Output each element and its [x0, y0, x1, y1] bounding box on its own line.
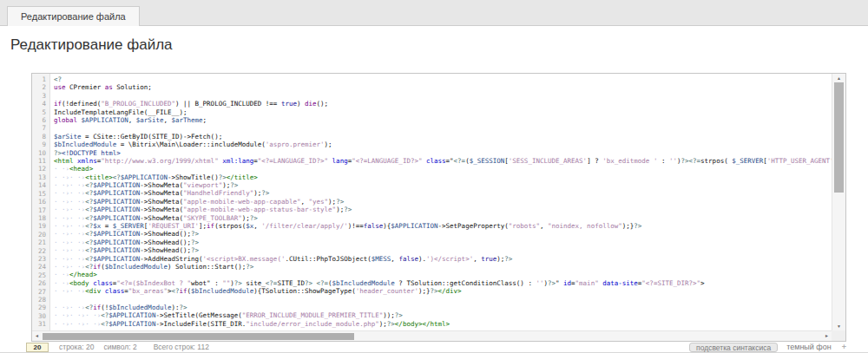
tab-bar: Редактирование файла	[0, 0, 868, 26]
code-line: · ·›· ·›<?$APPLICATION->AddHeadString('<…	[54, 255, 832, 263]
line-number: 29	[32, 304, 49, 311]
line-number: 20	[32, 231, 49, 239]
horizontal-scrollbar[interactable]: ◄ ►	[32, 330, 832, 341]
code-line: · ·›· ·›· ·›<?$APPLICATION->IncludeFile(…	[54, 320, 832, 328]
scrollbar-corner	[832, 330, 845, 341]
code-line: · ·›<body class="<?=($bIndexBot ? "wbot"…	[54, 279, 832, 287]
code-line: · ·›· ·›<?$APPLICATION->ShowMeta("apple-…	[54, 198, 832, 206]
scroll-left-arrow-icon[interactable]: ◄	[32, 331, 42, 341]
code-line: · ·›· ·›<title><?$APPLICATION->ShowTitle…	[54, 173, 832, 181]
code-line: · ·›· ·›<?$x = $_SERVER['REQUEST_URI'];i…	[54, 222, 832, 230]
line-number: 13	[32, 173, 49, 181]
line-number: 22	[32, 247, 49, 255]
code-line: · ·›· ·›<div class="bx_areas"><?if($bInc…	[54, 287, 832, 295]
status-total-lines: Всего строк: 112	[154, 343, 209, 351]
code-line: · ·›· ·›<?$APPLICATION->ShowMeta("Handhe…	[54, 189, 832, 197]
line-number: 11	[32, 157, 49, 165]
horizontal-scroll-thumb[interactable]	[43, 333, 354, 340]
page-title: Редактирование файла	[10, 36, 868, 54]
code-line: · ·›· ·›<?$APPLICATION->ShowHead();?>	[54, 230, 832, 238]
line-number: 8	[32, 133, 49, 141]
line-number: 5	[32, 108, 49, 116]
line-number: 25	[32, 271, 49, 279]
code-line: · ·›· ·›<?$APPLICATION->ShowMeta("viewpo…	[54, 181, 832, 189]
line-number: 9	[32, 141, 49, 148]
code-line: · ·›· ·›<?$APPLICATION->ShowMeta("apple-…	[54, 206, 832, 213]
tab-edit-file[interactable]: Редактирование файла	[7, 6, 140, 26]
scroll-right-arrow-icon[interactable]: ►	[822, 331, 832, 341]
goto-line-input[interactable]	[26, 343, 49, 352]
code-line: · ·›</head>	[54, 271, 832, 278]
line-number: 6	[32, 116, 49, 124]
line-number: 31	[32, 320, 49, 328]
line-number: 23	[32, 255, 49, 263]
code-line	[54, 124, 832, 132]
code-line: · ·›· ·›<?if($bIncludedModule) Solution:…	[54, 263, 832, 271]
code-line: $arSite = CSite::GetByID(SITE_ID)->Fetch…	[54, 133, 832, 141]
code-line: · ·›<head>	[54, 165, 832, 173]
code-line: · ·›· ·›<?$APPLICATION->ShowMeta("SKYPE_…	[54, 214, 832, 222]
line-number: 28	[32, 296, 49, 304]
line-number: 15	[32, 190, 49, 198]
line-number: 26	[32, 279, 49, 287]
code-line: $bIncludedModule = \Bitrix\Main\Loader::…	[54, 141, 832, 148]
code-line: ?><!DOCTYPE html>	[54, 149, 832, 157]
line-number-gutter: 1234567891011121314151617181920212223242…	[32, 74, 50, 330]
line-number: 1	[32, 75, 49, 83]
code-line: · ·›· ·›<?if(!$bIncludedModule):?>	[54, 304, 832, 311]
code-editor: 1234567891011121314151617181920212223242…	[31, 73, 846, 342]
line-number: 10	[32, 149, 49, 157]
code-line	[54, 92, 832, 100]
dark-background-toggle[interactable]: темный фон	[783, 343, 835, 351]
line-number: 17	[32, 206, 49, 214]
line-number: 24	[32, 263, 49, 271]
status-line: строка: 20	[59, 343, 94, 351]
line-number: 14	[32, 181, 49, 189]
code-line	[54, 296, 832, 304]
code-line: global $APPLICATION, $arSite, $arTheme;	[54, 116, 832, 124]
line-number: 7	[32, 124, 49, 132]
fullscreen-icon[interactable]: +	[842, 343, 846, 351]
line-number: 2	[32, 83, 49, 91]
code-line: · ·›· ·›· ·›<?$APPLICATION->SetTitle(Get…	[54, 311, 832, 319]
line-number: 16	[32, 198, 49, 206]
line-number: 3	[32, 92, 49, 100]
code-line: if(!defined("B_PROLOG_INCLUDED") || B_PR…	[54, 100, 832, 108]
code-line: · ·›· ·›<?$APPLICATION->ShowHead();?>	[54, 246, 832, 254]
status-bar: строка: 20 символ: 2 Всего строк: 112 по…	[0, 342, 868, 353]
code-line: IncludeTemplateLangFile(__FILE__);	[54, 108, 832, 116]
code-line: <html xmlns="http://www.w3.org/1999/xhtm…	[54, 157, 832, 165]
vertical-scrollbar[interactable]: ▲ ▼	[832, 74, 845, 330]
line-number: 21	[32, 239, 49, 246]
line-number: 27	[32, 288, 49, 296]
line-number: 12	[32, 165, 49, 173]
line-number: 18	[32, 214, 49, 222]
code-area[interactable]: <?use CPremier as Solution; if(!defined(…	[51, 74, 832, 330]
line-number: 4	[32, 100, 49, 108]
line-number: 19	[32, 222, 49, 230]
code-line: use CPremier as Solution;	[54, 83, 832, 91]
syntax-highlight-toggle[interactable]: подсветка синтаксиса	[689, 343, 778, 352]
status-char: символ: 2	[103, 343, 136, 351]
scroll-down-arrow-icon[interactable]: ▼	[832, 322, 845, 330]
line-number: 30	[32, 312, 49, 320]
scroll-up-arrow-icon[interactable]: ▲	[832, 74, 845, 82]
code-line: <?	[54, 75, 832, 83]
vertical-scroll-thumb[interactable]	[834, 82, 844, 193]
code-line: · ·›· ·›<?$APPLICATION->ShowHead();?>	[54, 239, 832, 246]
